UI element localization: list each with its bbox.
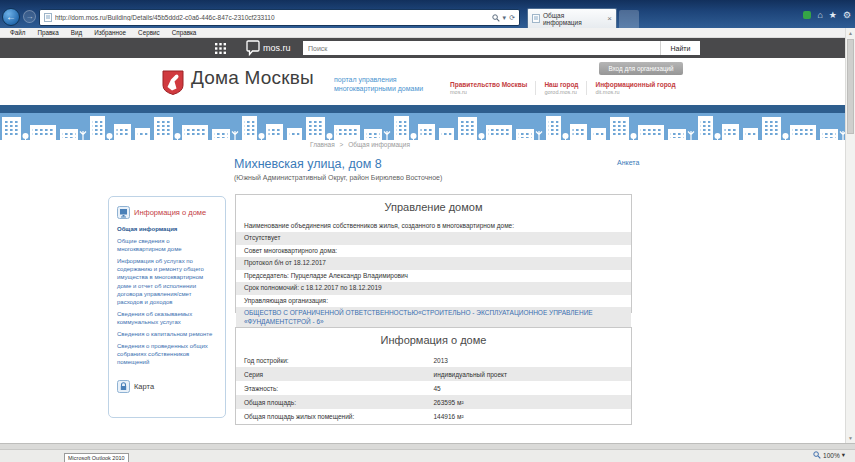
management-row: Наименование объединения собственников ж…	[236, 220, 631, 232]
site-title: Дома Москвы	[191, 67, 314, 89]
header-link-label: Правительство Москвы	[450, 81, 527, 88]
sidebar-link[interactable]: Общие сведения о многоквартирном доме	[117, 237, 217, 253]
house-info-icon	[117, 206, 130, 219]
sidebar-map-title: Карта	[134, 382, 154, 391]
site-subtitle: портал управления многоквартирными домам…	[334, 76, 423, 94]
header-link-sub: mos.ru	[450, 89, 527, 95]
management-row: Председатель: Пурцеладзе Александр Влади…	[236, 270, 631, 282]
menu-item[interactable]: Правка	[31, 28, 64, 37]
breadcrumb-home-link[interactable]: Главная	[310, 141, 335, 148]
tab-favicon	[532, 14, 540, 23]
scroll-up-icon[interactable]: ▲	[846, 28, 855, 38]
mosru-logo[interactable]: mos.ru	[246, 40, 291, 56]
sidebar: Информация о доме Общая информация Общие…	[108, 196, 226, 418]
info-row-label: Серия	[244, 371, 434, 378]
breadcrumb-current: Общая информация	[348, 141, 410, 148]
management-row: Управляющая организация:	[236, 295, 631, 307]
management-rows: Наименование объединения собственников ж…	[236, 220, 631, 328]
apps-grid-icon[interactable]	[215, 43, 226, 54]
menu-item[interactable]: Сервис	[132, 28, 166, 37]
search-input[interactable]	[303, 41, 660, 55]
search-icon[interactable]	[492, 14, 500, 22]
management-panel: Управление домом Наименование объединени…	[235, 194, 632, 313]
page-title: Михневская улица, дом 8	[234, 157, 382, 171]
page-icon	[44, 13, 52, 22]
sidebar-link[interactable]: Информация об услугах по содержанию и ре…	[117, 257, 217, 306]
tab-close-icon[interactable]: ×	[607, 15, 612, 23]
favorites-star-icon[interactable]: ★	[829, 10, 837, 20]
management-row: Отсутствует	[236, 232, 631, 244]
mosru-logo-text: mos.ru	[263, 43, 291, 53]
header-link[interactable]: Правительство Москвы mos.ru	[450, 81, 535, 95]
zoom-dropdown-icon: ▾	[842, 451, 845, 459]
menu-item[interactable]: Избранное	[88, 28, 132, 37]
refresh-icon[interactable]: ⟳	[509, 14, 515, 22]
outlook-app-button[interactable]: Microsoft Outlook 2010	[64, 453, 129, 462]
cityscape-illustration	[0, 113, 855, 140]
cityscape-banner	[0, 113, 855, 140]
info-row-value: 45	[434, 385, 624, 392]
menu-item[interactable]: Файл	[4, 28, 31, 37]
sidebar-link[interactable]: Сведения о проведенных общих собраниях с…	[117, 342, 217, 366]
management-row[interactable]: ОБЩЕСТВО С ОГРАНИЧЕННОЙ ОТВЕТСТВЕННОСТЬЮ…	[236, 307, 631, 328]
browser-toolbar-icons: ⌂ ★ ⚙	[803, 10, 851, 20]
header-link-label: Информационный город	[595, 81, 675, 88]
back-button[interactable]: ←	[2, 8, 20, 26]
sidebar-info-section-header: Информация о доме	[117, 206, 217, 219]
browser-window: ← → http://dom.mos.ru/Building/Details/4…	[0, 0, 855, 462]
menu-item[interactable]: Вид	[65, 28, 88, 37]
info-row-value: 2013	[434, 357, 624, 364]
breadcrumb: Главная > Общая информация	[310, 141, 413, 148]
mosru-bar: mos.ru Найти	[0, 38, 855, 58]
management-row: Срок полномочий: с 18.12.2017 по 18.12.2…	[236, 282, 631, 294]
sidebar-link[interactable]: Сведения об оказываемых коммунальных усл…	[117, 310, 217, 326]
vertical-scrollbar[interactable]: ▲ ▼	[845, 28, 855, 443]
horizontal-scrollbar[interactable]	[0, 444, 855, 450]
map-icon	[117, 380, 130, 393]
header-links: Правительство Москвы mos.ru Наш город go…	[450, 81, 684, 95]
navy-divider-band	[0, 105, 855, 113]
site-subtitle-line1: портал управления	[334, 76, 423, 85]
search-submit-button[interactable]: Найти	[660, 41, 700, 55]
gear-icon[interactable]: ⚙	[843, 10, 851, 20]
header-link-sub: gorod.mos.ru	[544, 89, 578, 95]
info-row-value: индивидуальный проект	[434, 371, 624, 378]
anketa-link[interactable]: Анкета	[617, 159, 639, 166]
house-info-panel-title: Информация о доме	[236, 328, 631, 353]
sidebar-link[interactable]: Общая информация	[117, 225, 217, 233]
info-row-value: 263595 м²	[434, 399, 624, 406]
zoom-level-text: 100%	[823, 452, 840, 459]
menu-item[interactable]: Справка	[166, 28, 203, 37]
management-panel-title: Управление домом	[236, 195, 631, 220]
sidebar-link[interactable]: Сведения о капитальном ремонте	[117, 330, 217, 338]
toolbar-green-icon[interactable]	[803, 11, 811, 19]
chevron-down-icon[interactable]: ▾	[503, 14, 507, 22]
info-row: Этажность: 45	[236, 381, 631, 395]
header-link-label: Наш город	[544, 81, 578, 88]
header-link[interactable]: Наш город gorod.mos.ru	[535, 81, 586, 95]
sidebar-links: Общая информация Общие сведения о многок…	[117, 225, 217, 366]
info-row-label: Общая площадь:	[244, 399, 434, 406]
status-bar: Microsoft Outlook 2010 100% ▾	[0, 443, 855, 462]
info-row: Общая площадь жилых помещений: 144916 м²	[236, 409, 631, 423]
scroll-down-icon[interactable]: ▼	[846, 433, 855, 443]
zoom-indicator[interactable]: 100% ▾	[813, 451, 845, 459]
sidebar-item-map[interactable]: Карта	[117, 380, 217, 393]
info-row-label: Год постройки:	[244, 357, 434, 364]
scrollbar-thumb[interactable]	[847, 39, 854, 134]
address-bar[interactable]: http://dom.mos.ru/Building/Details/45b5d…	[39, 9, 520, 26]
house-info-rows: Год постройки: 2013 Серия индивидуальный…	[236, 353, 631, 423]
info-row-label: Общая площадь жилых помещений:	[244, 413, 434, 420]
browser-tab[interactable]: Общая информация ×	[527, 8, 617, 28]
info-row: Год постройки: 2013	[236, 353, 631, 367]
home-icon[interactable]: ⌂	[817, 10, 822, 20]
info-row: Общая площадь: 263595 м²	[236, 395, 631, 409]
site-subtitle-line2: многоквартирными домами	[334, 85, 423, 94]
management-row: Совет многоквартирного дома:	[236, 245, 631, 257]
new-tab-button[interactable]	[619, 10, 639, 28]
header-link[interactable]: Информационный город dit.mos.ru	[586, 81, 683, 95]
forward-button[interactable]: →	[23, 10, 36, 23]
site-header: Дома Москвы портал управления многокварт…	[0, 58, 855, 105]
org-login-button[interactable]: Вход для организаций	[599, 62, 683, 75]
menu-bar: Файл Правка Вид Избранное Сервис Справка	[0, 28, 855, 38]
